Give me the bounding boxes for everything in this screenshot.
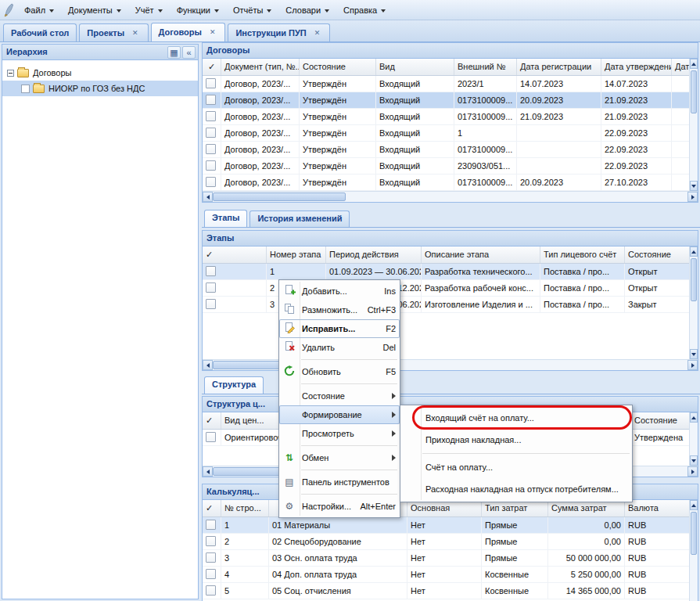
menu-item-formation[interactable]: Формирование — [279, 405, 400, 424]
contract-row[interactable]: Договор, 2023/... Утверждён Входящий 017… — [203, 109, 689, 125]
tab-close-icon[interactable]: ✕ — [130, 28, 141, 38]
row-checkbox[interactable] — [206, 177, 216, 187]
menu-item-add[interactable]: Добавить... Ins — [279, 282, 400, 300]
menu-item-toolbar[interactable]: ▤ Панель инструментов — [279, 473, 400, 491]
hierarchy-settings-icon[interactable]: ▦ — [167, 46, 181, 59]
column-header-date[interactable]: Дата — [672, 59, 689, 75]
tab-close-icon[interactable]: ✕ — [312, 28, 323, 38]
calculation-row[interactable]: 3 03 Осн. оплата труда Нет Прямые 50 000… — [203, 550, 689, 567]
contract-row[interactable]: Договор, 2023/... Утверждён Входящий 1 2… — [203, 125, 689, 142]
column-header-stage-number[interactable]: Номер этапа — [267, 247, 326, 263]
tree-node-contracts[interactable]: Договоры — [2, 65, 198, 81]
menu-item-state[interactable]: Состояние — [279, 387, 400, 405]
row-checkbox[interactable] — [206, 160, 216, 171]
menu-item-delete[interactable]: Удалить Del — [279, 338, 400, 357]
scroll-left-button[interactable] — [203, 466, 213, 477]
column-header-state[interactable]: Состояние — [300, 59, 376, 75]
column-header-cost-type[interactable]: Тип затрат — [482, 500, 548, 516]
row-checkbox[interactable] — [206, 266, 216, 276]
vertical-scrollbar[interactable] — [689, 412, 698, 466]
tree-collapse-icon[interactable] — [7, 70, 14, 77]
calculation-row[interactable]: 2 02 Спецоборудование Нет Прямые 0,00 RU… — [203, 534, 689, 550]
column-header-document[interactable]: Документ (тип, №... — [221, 59, 300, 75]
row-checkbox[interactable] — [206, 552, 216, 563]
tab-structure[interactable]: Структура — [204, 376, 264, 394]
horizontal-scrollbar[interactable] — [203, 359, 698, 370]
scroll-right-button[interactable] — [687, 466, 698, 477]
scrollbar-thumb[interactable] — [691, 512, 697, 555]
submenu-item-receipt-note[interactable]: Приходная накладная... — [400, 429, 632, 451]
row-checkbox[interactable] — [206, 111, 216, 121]
scroll-down-button[interactable] — [690, 349, 698, 359]
stage-row-selected[interactable]: 1 01.09.2023 — 30.06.2024 Разработка тех… — [203, 264, 689, 280]
contract-row[interactable]: Договор, 2023/... Утверждён Входящий 202… — [203, 76, 689, 92]
column-header-account-type[interactable]: Тип лицевого счёт — [540, 247, 625, 263]
contract-row[interactable]: Договор, 2023/... Утверждён Входящий 230… — [203, 158, 689, 175]
row-checkbox[interactable] — [206, 283, 216, 293]
row-checkbox[interactable] — [206, 569, 216, 579]
scroll-left-button[interactable] — [203, 192, 213, 202]
column-header-currency[interactable]: Валюта — [625, 500, 689, 516]
calculation-row[interactable]: 5 05 Соц. отчисления Нет Косвенные 14 36… — [203, 583, 689, 599]
row-checkbox[interactable] — [206, 144, 216, 154]
contract-row-selected[interactable]: Договор, 2023/... Утверждён Входящий 017… — [203, 92, 689, 109]
submenu-item-invoice[interactable]: Счёт на оплату... — [400, 456, 632, 478]
row-checkbox[interactable] — [206, 520, 216, 530]
column-header-state[interactable]: Состояние — [631, 412, 689, 429]
column-header-kind[interactable]: Вид — [376, 59, 454, 75]
column-header-line-number[interactable]: № стро... — [221, 500, 269, 516]
contract-row[interactable]: Договор, 2023/... Утверждён Входящий 017… — [203, 142, 689, 158]
column-header-approve-date[interactable]: Дата утверждения — [601, 59, 672, 75]
tab-stages[interactable]: Этапы — [204, 210, 247, 227]
row-checkbox[interactable] — [206, 536, 216, 546]
stage-row[interactable]: 3 01.01.2025 — 30.06.2025 Изготовление И… — [203, 297, 689, 313]
scroll-up-button[interactable] — [690, 500, 698, 510]
stage-row[interactable]: 2 01.07.2024 — 31.12.2024 Разработка раб… — [203, 280, 689, 297]
column-header-check[interactable]: ✓ — [203, 412, 221, 429]
menu-item-view[interactable]: Просмотреть — [279, 424, 400, 443]
scrollbar-thumb[interactable] — [213, 193, 346, 201]
row-checkbox[interactable] — [206, 78, 216, 88]
menu-help[interactable]: Справка — [336, 2, 393, 18]
column-header-external[interactable]: Внешний № — [454, 59, 517, 75]
menu-documents[interactable]: Документы — [61, 2, 128, 18]
calculation-row-selected[interactable]: 1 01 Материалы Нет Прямые 0,00 RUB — [203, 517, 689, 534]
horizontal-scrollbar[interactable] — [203, 191, 698, 202]
tab-change-history[interactable]: История изменений — [249, 211, 350, 227]
scroll-right-button[interactable] — [687, 360, 698, 370]
tab-contracts[interactable]: Договоры✕ — [151, 23, 226, 41]
row-checkbox[interactable] — [206, 128, 216, 138]
scroll-down-button[interactable] — [690, 181, 698, 191]
tree-node-niokr[interactable]: НИОКР по ГОЗ без НДС — [2, 81, 198, 96]
menu-item-exchange[interactable]: ⇅ Обмен — [279, 448, 400, 467]
scroll-left-button[interactable] — [203, 360, 213, 370]
scrollbar-thumb[interactable] — [691, 258, 697, 301]
menu-item-edit[interactable]: Исправить... F2 — [279, 319, 400, 338]
column-header-main[interactable]: Основная — [407, 500, 482, 516]
menu-file[interactable]: Файл — [17, 2, 61, 18]
calculation-row[interactable]: 4 04 Доп. оплата труда Нет Косвенные 5 2… — [203, 567, 689, 583]
contract-row[interactable]: Договор, 2023/... Утверждён Входящий 017… — [203, 175, 689, 191]
menu-accounting[interactable]: Учёт — [128, 2, 170, 18]
vertical-scrollbar[interactable] — [689, 500, 698, 601]
collapse-panel-icon[interactable]: « — [182, 46, 196, 59]
row-checkbox[interactable] — [206, 299, 216, 309]
column-header-check[interactable]: ✓ — [203, 500, 221, 516]
row-checkbox[interactable] — [206, 585, 216, 596]
column-header-check[interactable]: ✓ — [203, 247, 267, 263]
column-header-state[interactable]: Состояние — [625, 247, 689, 263]
row-checkbox[interactable] — [206, 432, 216, 442]
menu-functions[interactable]: Функции — [170, 2, 226, 18]
tab-instructions[interactable]: Инструкции ПУП✕ — [228, 23, 330, 41]
menu-item-settings[interactable]: ⚙ Настройки... Alt+Enter — [279, 497, 400, 516]
tab-close-icon[interactable]: ✕ — [207, 27, 218, 38]
submenu-item-dispatch-note[interactable]: Расходная накладная на отпуск потребител… — [400, 478, 632, 500]
tab-projects[interactable]: Проекты✕ — [79, 23, 148, 41]
column-header-description[interactable]: Описание этапа — [422, 247, 540, 263]
scrollbar-thumb[interactable] — [691, 70, 697, 113]
menu-dictionaries[interactable]: Словари — [278, 2, 336, 18]
scroll-up-button[interactable] — [690, 247, 698, 257]
scroll-up-button[interactable] — [690, 412, 698, 423]
scroll-down-button[interactable] — [690, 455, 698, 466]
menu-item-refresh[interactable]: Обновить F5 — [279, 362, 400, 381]
